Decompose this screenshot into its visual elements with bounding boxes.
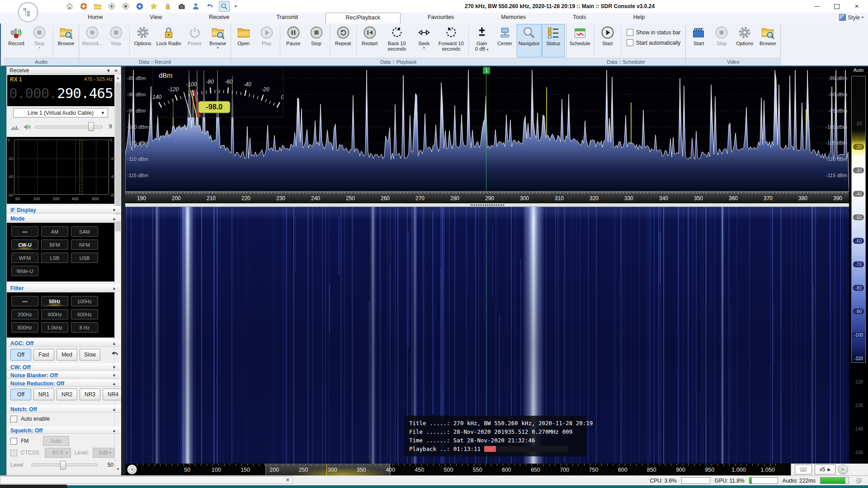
fm-checkbox[interactable]	[10, 438, 17, 445]
filter-grid-1-0khz[interactable]: 1.0kHz	[41, 322, 68, 333]
frequency-navigation-bar[interactable]: 5010015020025030035040045050055060065070…	[125, 464, 868, 475]
tab-favourites[interactable]: Favourites	[408, 13, 474, 23]
mode-grid-wide-u[interactable]: Wide-U	[11, 266, 38, 276]
lock-radio-button[interactable]: Lock Radio	[155, 24, 183, 57]
nr-row-nr2[interactable]: NR2	[57, 389, 77, 400]
agc-row-off[interactable]: Off	[10, 349, 31, 361]
tab-receive[interactable]: Receive	[189, 13, 249, 23]
section-squelch[interactable]: Squelch: Off▲	[7, 427, 121, 434]
spectrum-waterfall-splitter[interactable]	[125, 203, 849, 207]
start-button[interactable]: Start	[596, 24, 619, 57]
frequency-display[interactable]: RX 1 475 - 525 Hz 0.000.290.465	[7, 75, 114, 106]
life-ring-icon[interactable]	[79, 1, 89, 11]
filter-grid-[interactable]: •••	[11, 296, 38, 306]
filter-grid-8-hz[interactable]: 8 Hz	[71, 322, 98, 333]
forward-10-seconds-button[interactable]: Forward 10 seconds	[436, 24, 467, 57]
tab-transmit[interactable]: Transmit	[256, 13, 318, 23]
resize-grip[interactable]	[856, 478, 862, 483]
open-button[interactable]: Open	[232, 24, 255, 57]
audio-device-select[interactable]: Line 1 (Virtual Audio Cable) ▼	[13, 108, 108, 117]
mode-grid-wfm[interactable]: WFM	[11, 253, 38, 263]
nr-row-off[interactable]: Off	[10, 389, 31, 400]
snapshot-icon[interactable]	[177, 1, 187, 11]
squelch-level-thumb[interactable]	[60, 461, 66, 469]
filter-grid-800hz[interactable]: 800Hz	[11, 322, 38, 333]
back-10-seconds-button[interactable]: Back 10 seconds	[382, 24, 412, 57]
gain-button[interactable]: Gain0 dB ▾	[471, 24, 493, 57]
waterfall-color-scale[interactable]: Auto -10-20-30-40-50-60-70-80-90-100-110…	[849, 66, 868, 464]
minimize-button[interactable]: —	[809, 2, 825, 11]
start-button[interactable]: Start	[687, 24, 710, 57]
center-button[interactable]: Center	[494, 24, 516, 57]
checkbox-icon[interactable]	[627, 39, 633, 46]
bottom-dock-tab[interactable]	[0, 484, 67, 488]
tab-memories[interactable]: Memories	[481, 13, 546, 23]
section-agc[interactable]: AGC: Off▲	[7, 339, 121, 347]
lock-icon[interactable]	[163, 1, 173, 11]
mode-grid-am[interactable]: AM	[41, 226, 68, 237]
tab-help[interactable]: Help	[613, 13, 665, 23]
volume-slider-thumb[interactable]	[88, 122, 94, 131]
checkbox-start-automatically[interactable]: Start automatically	[627, 39, 681, 46]
home-icon[interactable]	[65, 1, 75, 11]
zoom-level-button[interactable]: x5 ▶	[815, 465, 835, 474]
tab-tools[interactable]: Tools	[553, 13, 606, 23]
repeat-button[interactable]: Repeat	[332, 24, 354, 57]
section-if-display[interactable]: IF Display▼	[7, 206, 121, 213]
mode-grid-bfm[interactable]: BFM	[41, 239, 68, 250]
mode-grid-lsb[interactable]: LSB	[41, 253, 68, 263]
folder-icon[interactable]	[93, 1, 103, 11]
panel-close-icon[interactable]: ✕	[114, 67, 118, 75]
record-button[interactable]: Record	[5, 24, 28, 57]
stop-icon[interactable]	[121, 1, 131, 11]
scroll-up-icon[interactable]: ▲	[115, 75, 121, 81]
section-mode[interactable]: Mode▲	[7, 215, 121, 222]
waterfall-display[interactable]: Title .....: 270 kHz, BW 550.260 kHz, 20…	[125, 207, 849, 464]
keyboard-entry-button[interactable]	[795, 465, 812, 474]
pause-button[interactable]: Pause	[282, 24, 305, 57]
browse-button[interactable]: Browse	[756, 24, 779, 57]
checkbox-icon[interactable]	[627, 29, 633, 36]
undo-icon[interactable]	[110, 349, 119, 360]
filter-grid-200hz[interactable]: 200Hz	[11, 309, 38, 319]
spectrum-display[interactable]: -85 dBm-90 dBm-95 dBm-100 dBm-105 dBm-11…	[125, 66, 849, 192]
tab-view[interactable]: View	[130, 13, 182, 23]
auto-range-button[interactable]: Auto	[849, 67, 868, 73]
play-icon[interactable]	[107, 1, 117, 11]
spectrum-frequency-ruler[interactable]: 1902002102202302402502602702802903003103…	[125, 192, 849, 203]
scroll-left-button[interactable]	[127, 465, 137, 474]
panel-scrollbar[interactable]: ▲ ▼	[114, 75, 121, 473]
mode-grid-usb[interactable]: USB	[71, 253, 98, 263]
section-noise-reduction[interactable]: Noise Reduction: Off▲	[7, 380, 121, 387]
app-menu-button[interactable]	[18, 2, 38, 22]
section-cw[interactable]: CW: Off▼	[7, 363, 121, 371]
nr-row-nr1[interactable]: NR1	[33, 389, 54, 400]
section-noise-blanker[interactable]: Noise Blanker: Off▼	[7, 371, 121, 379]
nr-row-nr3[interactable]: NR3	[80, 389, 100, 400]
filter-grid-400hz[interactable]: 400Hz	[41, 309, 68, 319]
checkbox-show-in-status-bar[interactable]: Show in status bar	[627, 29, 681, 36]
filter-grid-50hz[interactable]: 50Hz	[41, 296, 68, 306]
auto-enable-checkbox[interactable]	[10, 416, 17, 422]
mode-grid-[interactable]: •••	[11, 226, 38, 237]
agc-row-slow[interactable]: Slow	[80, 349, 100, 361]
maximize-button[interactable]	[829, 2, 844, 11]
browse-button[interactable]: Browse▾	[207, 24, 229, 57]
options-button[interactable]: Options	[733, 24, 756, 57]
frequency-value[interactable]: 0.000.290.465	[9, 85, 113, 101]
seek-button[interactable]: Seek▾	[413, 24, 435, 57]
dock-close-icon[interactable]: ✕	[286, 477, 290, 483]
agc-row-fast[interactable]: Fast	[33, 349, 54, 361]
browse-button[interactable]: Browse	[55, 24, 77, 57]
section-filter[interactable]: Filter▲	[7, 284, 121, 291]
stop-button[interactable]: Stop	[305, 24, 328, 57]
speaker-icon[interactable]	[23, 122, 32, 133]
search-icon[interactable]	[219, 1, 230, 12]
style-menu[interactable]: Style ▾	[839, 14, 863, 21]
squelch-auto-button[interactable]: Auto	[43, 436, 69, 446]
ctcss-checkbox[interactable]	[10, 450, 17, 456]
mode-grid-cw-u[interactable]: CW-U	[11, 239, 38, 250]
tab-rec-playback[interactable]: Rec/Playback	[326, 13, 401, 24]
panel-splitter-vertical[interactable]	[121, 66, 125, 475]
ctcss-level-select[interactable]: 5dB▼	[93, 448, 114, 458]
